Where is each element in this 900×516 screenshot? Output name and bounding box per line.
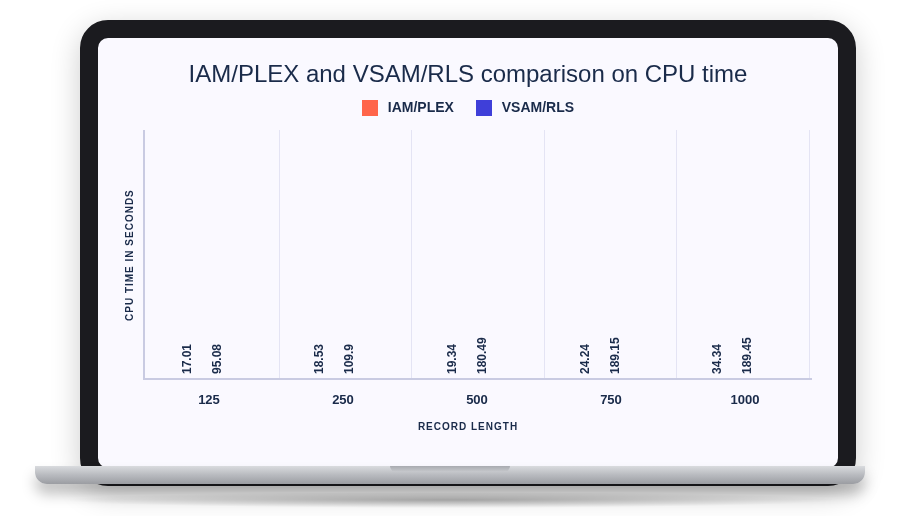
x-tick: 1000 bbox=[678, 382, 812, 407]
chart-title: IAM/PLEX and VSAM/RLS comparison on CPU … bbox=[124, 60, 812, 89]
legend-swatch-iamplex bbox=[362, 100, 378, 116]
x-tick: 500 bbox=[410, 382, 544, 407]
bar-value-label: 189.45 bbox=[740, 337, 754, 374]
x-tick: 750 bbox=[544, 382, 678, 407]
legend-label-vsamrls: VSAM/RLS bbox=[502, 99, 574, 115]
legend-label-iamplex: IAM/PLEX bbox=[388, 99, 454, 115]
legend: IAM/PLEX VSAM/RLS bbox=[124, 99, 812, 116]
laptop-shadow bbox=[60, 492, 840, 508]
legend-item-iamplex: IAM/PLEX bbox=[362, 99, 454, 116]
bar-group: 34.34189.45 bbox=[677, 130, 810, 378]
x-tick: 125 bbox=[142, 382, 276, 407]
laptop-frame: IAM/PLEX and VSAM/RLS comparison on CPU … bbox=[80, 20, 856, 486]
y-axis-label: CPU TIME IN SECONDS bbox=[124, 130, 135, 380]
x-tick: 250 bbox=[276, 382, 410, 407]
bar-value-label: 180.49 bbox=[475, 337, 489, 374]
x-axis-label: RECORD LENGTH bbox=[124, 421, 812, 432]
chart-area: CPU TIME IN SECONDS 17.0195.0818.53109.9… bbox=[124, 130, 812, 380]
screen: IAM/PLEX and VSAM/RLS comparison on CPU … bbox=[98, 38, 838, 468]
bar-group: 18.53109.9 bbox=[280, 130, 413, 378]
bar-value-label: 17.01 bbox=[180, 344, 194, 374]
bar-value-label: 19.34 bbox=[445, 344, 459, 374]
legend-swatch-vsamrls bbox=[476, 100, 492, 116]
bar-value-label: 18.53 bbox=[312, 344, 326, 374]
plot: 17.0195.0818.53109.919.34180.4924.24189.… bbox=[143, 130, 812, 380]
laptop-mockup: IAM/PLEX and VSAM/RLS comparison on CPU … bbox=[0, 0, 900, 516]
bar-value-label: 24.24 bbox=[578, 344, 592, 374]
bar-group: 24.24189.15 bbox=[545, 130, 678, 378]
x-axis-ticks: 1252505007501000 bbox=[142, 382, 812, 407]
bar-group: 17.0195.08 bbox=[147, 130, 280, 378]
bar-group: 19.34180.49 bbox=[412, 130, 545, 378]
bar-value-label: 34.34 bbox=[710, 344, 724, 374]
bar-value-label: 95.08 bbox=[210, 344, 224, 374]
bar-value-label: 109.9 bbox=[342, 344, 356, 374]
laptop-base bbox=[35, 466, 865, 484]
legend-item-vsamrls: VSAM/RLS bbox=[476, 99, 574, 116]
bar-value-label: 189.15 bbox=[608, 337, 622, 374]
x-axis-ticks-row: 1252505007501000 bbox=[124, 382, 812, 407]
